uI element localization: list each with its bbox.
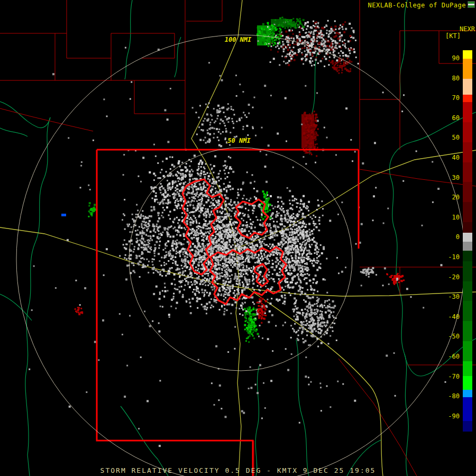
echo-pixel xyxy=(150,186,152,188)
radar-viewer: 100 NMI 50 NMI NEXLAB-College of DuPage … xyxy=(0,0,476,476)
echo-pixel xyxy=(233,236,234,238)
echo-pixel xyxy=(299,264,300,266)
echo-pixel xyxy=(219,218,221,220)
echo-pixel xyxy=(199,254,200,256)
echo-pixel xyxy=(276,267,277,268)
echo-pixel xyxy=(191,184,193,186)
echo-pixel xyxy=(153,144,155,145)
echo-pixel xyxy=(287,221,288,223)
echo-pixel xyxy=(77,307,79,308)
echo-pixel xyxy=(315,117,316,119)
echo-pixel xyxy=(251,271,252,273)
echo-pixel xyxy=(308,313,310,315)
echo-pixel xyxy=(301,122,303,124)
echo-pixel xyxy=(283,259,285,261)
echo-pixel xyxy=(315,139,317,140)
echo-pixel xyxy=(245,286,247,288)
echo-pixel xyxy=(297,43,299,45)
echo-pixel xyxy=(166,171,167,172)
echo-pixel xyxy=(264,313,266,314)
echo-pixel xyxy=(305,318,306,319)
echo-pixel xyxy=(403,279,405,281)
echo-pixel xyxy=(290,221,292,222)
echo-pixel xyxy=(140,261,142,263)
echo-pixel xyxy=(271,24,273,26)
echo-pixel xyxy=(197,234,199,236)
echo-pixel xyxy=(271,41,273,43)
echo-pixel xyxy=(138,248,139,249)
colorbar-scale xyxy=(463,50,472,432)
echo-pixel xyxy=(316,313,317,315)
echo-pixel xyxy=(329,33,331,34)
product-caption: STORM RELATIVE VELOCITY 0.5 DEG - KMTX 9… xyxy=(0,466,476,474)
echo-pixel xyxy=(304,42,306,44)
echo-pixel xyxy=(227,284,228,286)
echo-pixel xyxy=(265,195,267,197)
echo-pixel xyxy=(242,243,243,245)
echo-pixel xyxy=(176,242,178,244)
echo-pixel xyxy=(323,39,324,40)
echo-pixel xyxy=(106,115,108,117)
echo-pixel xyxy=(132,214,133,215)
echo-pixel xyxy=(140,258,142,259)
echo-pixel xyxy=(324,334,325,335)
echo-pixel xyxy=(308,214,309,216)
echo-pixel xyxy=(287,369,289,371)
echo-pixel xyxy=(252,314,254,316)
echo-pixel xyxy=(253,326,255,328)
echo-pixel xyxy=(287,62,288,63)
echo-pixel xyxy=(216,278,218,280)
echo-pixel xyxy=(209,283,210,285)
echo-pixel xyxy=(325,307,327,308)
echo-pixel xyxy=(388,283,390,285)
echo-pixel xyxy=(288,250,290,252)
echo-pixel xyxy=(202,259,204,261)
echo-pixel xyxy=(305,147,307,149)
echo-pixel xyxy=(178,180,179,182)
echo-pixel xyxy=(170,173,172,176)
echo-pixel xyxy=(276,252,278,253)
echo-pixel xyxy=(173,279,175,280)
echo-pixel xyxy=(131,243,133,245)
echo-pixel xyxy=(261,260,262,261)
echo-pixel xyxy=(268,274,270,276)
echo-pixel xyxy=(277,206,279,208)
echo-pixel xyxy=(144,241,146,242)
echo-pixel xyxy=(200,172,202,175)
echo-pixel xyxy=(187,257,188,258)
echo-pixel xyxy=(238,244,240,245)
echo-pixel xyxy=(262,23,264,25)
echo-pixel xyxy=(203,188,204,190)
echo-pixel xyxy=(187,260,189,262)
echo-pixel xyxy=(156,225,158,227)
echo-pixel xyxy=(222,233,224,235)
echo-pixel xyxy=(270,248,271,249)
echo-pixel xyxy=(225,281,227,283)
echo-pixel xyxy=(269,209,271,211)
echo-pixel xyxy=(252,107,254,108)
echo-pixel xyxy=(242,183,244,185)
echo-pixel xyxy=(177,178,179,179)
echo-pixel xyxy=(310,335,313,337)
echo-pixel xyxy=(233,224,235,225)
echo-pixel xyxy=(207,119,209,121)
echo-pixel xyxy=(216,276,218,278)
echo-pixel xyxy=(312,113,313,114)
echo-pixel xyxy=(249,226,250,227)
echo-pixel xyxy=(186,194,187,195)
echo-pixel xyxy=(156,224,158,225)
echo-pixel xyxy=(313,282,314,283)
echo-pixel xyxy=(331,312,332,314)
echo-pixel xyxy=(140,181,142,182)
echo-pixel xyxy=(302,312,304,314)
echo-pixel xyxy=(276,230,278,232)
echo-pixel xyxy=(283,300,286,303)
echo-pixel xyxy=(209,133,211,135)
echo-pixel xyxy=(311,244,313,245)
echo-pixel xyxy=(345,54,347,56)
echo-pixel xyxy=(297,312,299,314)
echo-pixel xyxy=(222,276,224,277)
echo-pixel xyxy=(203,183,204,185)
echo-pixel xyxy=(264,216,266,217)
echo-pixel xyxy=(200,212,202,213)
